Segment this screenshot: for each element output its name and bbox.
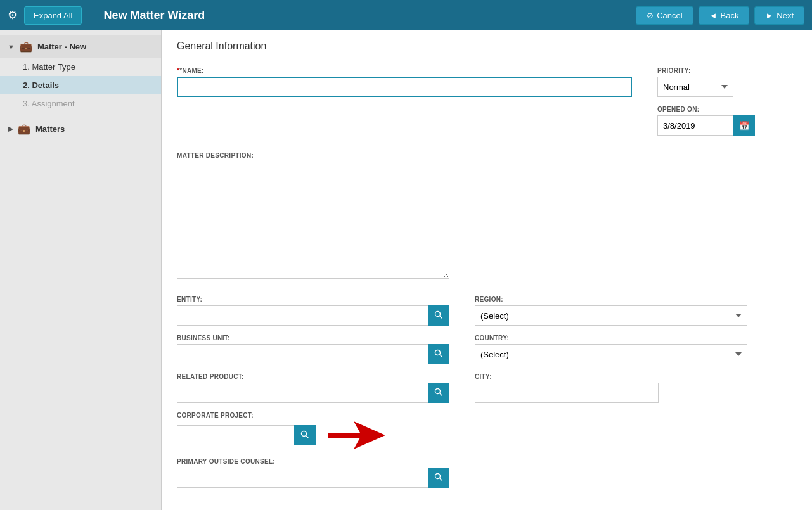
corporate-project-label: CORPORATE PROJECT: — [177, 412, 449, 419]
red-arrow-annotation — [328, 421, 385, 449]
briefcase-icon: 💼 — [20, 41, 32, 53]
city-field-group: CITY: — [475, 373, 747, 403]
related-product-input[interactable] — [177, 383, 428, 403]
related-product-input-group — [177, 383, 449, 403]
related-product-search-button[interactable] — [428, 383, 449, 403]
cancel-icon: ⊘ — [647, 11, 654, 20]
expand-arrow-icon: ▶ — [8, 125, 13, 133]
business-unit-field-group: BUSINESS UNIT: — [177, 335, 449, 364]
back-button[interactable]: ◄ Back — [699, 6, 750, 25]
section-title: General Information — [177, 41, 797, 57]
sidebar: ▼ 💼 Matter - New 1. Matter Type 2. Detai… — [0, 30, 162, 510]
related-product-search-icon — [434, 388, 443, 398]
country-select[interactable]: (Select) — [475, 344, 747, 364]
svg-point-9 — [435, 473, 441, 478]
sidebar-section-matters: ▶ 💼 Matters — [0, 118, 161, 140]
business-unit-input-group — [177, 344, 449, 364]
name-label: **NAME: — [177, 67, 632, 74]
primary-outside-counsel-search-icon — [434, 473, 443, 483]
svg-line-5 — [440, 393, 442, 395]
sidebar-section-label: Matter - New — [37, 42, 86, 51]
form-left-column: ENTITY: — [177, 296, 449, 497]
business-unit-input[interactable] — [177, 344, 428, 364]
priority-label: PRIORITY: — [657, 67, 797, 74]
city-label: CITY: — [475, 373, 747, 380]
expand-all-button[interactable]: Expand All — [24, 6, 82, 25]
entity-search-button[interactable] — [428, 305, 449, 326]
sidebar-item-details[interactable]: 2. Details — [0, 76, 161, 94]
main-content: General Information **NAME: PRIORITY: No… — [162, 30, 812, 510]
corporate-project-search-icon — [300, 430, 309, 441]
matter-description-field-group: MATTER DESCRIPTION: — [177, 152, 449, 281]
priority-select[interactable]: Normal High Low — [657, 77, 733, 97]
business-unit-label: BUSINESS UNIT: — [177, 335, 449, 341]
calendar-icon: 📅 — [739, 121, 750, 131]
svg-line-7 — [306, 435, 309, 438]
related-product-label: RELATED PRODUCT: — [177, 373, 449, 380]
sidebar-header-matter-new[interactable]: ▼ 💼 Matter - New — [0, 35, 161, 58]
opened-on-input[interactable] — [657, 115, 733, 136]
entity-search-icon — [434, 310, 443, 321]
opened-on-field-group: OPENED ON: 📅 — [657, 106, 797, 136]
business-unit-search-icon — [434, 349, 443, 360]
next-arrow-icon: ► — [765, 11, 773, 20]
region-select[interactable]: (Select) — [475, 305, 747, 326]
corporate-project-input[interactable] — [177, 425, 294, 445]
form-right-column: REGION: (Select) COUNTRY: (Select) CITY: — [475, 296, 747, 497]
region-label: REGION: — [475, 296, 747, 303]
matter-description-label: MATTER DESCRIPTION: — [177, 152, 449, 159]
primary-outside-counsel-label: PRIMARY OUTSIDE COUNSEL: — [177, 458, 449, 465]
svg-line-3 — [440, 354, 442, 357]
sidebar-section-matter-new: ▼ 💼 Matter - New 1. Matter Type 2. Detai… — [0, 35, 161, 113]
primary-outside-counsel-search-button[interactable] — [428, 468, 449, 488]
entity-input[interactable] — [177, 305, 428, 326]
corporate-project-input-group — [177, 425, 316, 445]
matters-label: Matters — [35, 124, 65, 134]
region-field-group: REGION: (Select) — [475, 296, 747, 326]
sidebar-item-assignment: 3. Assignment — [0, 94, 161, 113]
sidebar-item-matter-type[interactable]: 1. Matter Type — [0, 58, 161, 76]
gear-icon: ⚙ — [8, 8, 18, 22]
gear-button[interactable]: ⚙ — [8, 8, 18, 22]
svg-marker-8 — [328, 421, 385, 449]
related-product-field-group: RELATED PRODUCT: — [177, 373, 449, 403]
primary-outside-counsel-input[interactable] — [177, 468, 428, 488]
cancel-button[interactable]: ⊘ Cancel — [636, 6, 693, 25]
entity-input-group — [177, 305, 449, 326]
sidebar-header-matters[interactable]: ▶ 💼 Matters — [0, 118, 161, 140]
priority-field-group: PRIORITY: Normal High Low — [657, 67, 797, 97]
matter-description-input[interactable] — [177, 162, 449, 279]
corporate-project-search-button[interactable] — [294, 425, 316, 445]
opened-on-date-wrap: 📅 — [657, 115, 797, 136]
back-arrow-icon: ◄ — [709, 11, 718, 20]
entity-field-group: ENTITY: — [177, 296, 449, 326]
primary-outside-counsel-field-group: PRIMARY OUTSIDE COUNSEL: — [177, 458, 449, 488]
primary-outside-counsel-input-group — [177, 468, 449, 488]
name-input[interactable] — [177, 77, 632, 97]
svg-point-6 — [302, 431, 307, 436]
svg-line-1 — [440, 316, 442, 318]
business-unit-search-button[interactable] — [428, 344, 449, 364]
country-label: COUNTRY: — [475, 335, 747, 341]
country-field-group: COUNTRY: (Select) — [475, 335, 747, 364]
next-button[interactable]: ► Next — [754, 6, 804, 25]
top-bar: ⚙ Expand All New Matter Wizard ⊘ Cancel … — [0, 0, 812, 30]
calendar-button[interactable]: 📅 — [733, 115, 755, 136]
corporate-project-field-group: CORPORATE PROJECT: — [177, 412, 449, 449]
matters-briefcase-icon: 💼 — [18, 123, 30, 135]
city-input[interactable] — [475, 383, 659, 403]
wizard-title: New Matter Wizard — [103, 9, 629, 22]
opened-on-label: OPENED ON: — [657, 106, 797, 113]
wizard-actions: ⊘ Cancel ◄ Back ► Next — [636, 6, 804, 25]
svg-point-2 — [435, 350, 441, 355]
entity-label: ENTITY: — [177, 296, 449, 303]
svg-point-4 — [435, 388, 441, 393]
svg-line-10 — [440, 478, 442, 480]
collapse-arrow-icon: ▼ — [8, 43, 15, 51]
name-field-group: **NAME: — [177, 67, 632, 97]
layout: ▼ 💼 Matter - New 1. Matter Type 2. Detai… — [0, 30, 812, 510]
svg-point-0 — [435, 311, 441, 316]
